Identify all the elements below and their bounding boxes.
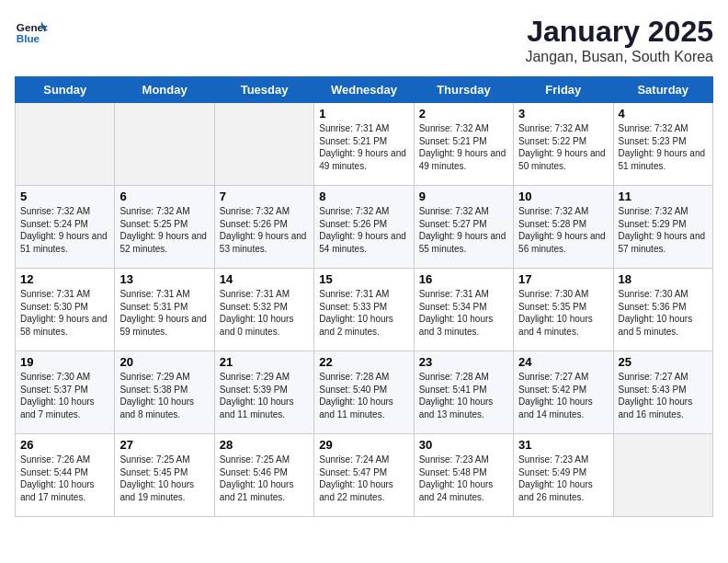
calendar-cell: 26Sunrise: 7:26 AMSunset: 5:44 PMDayligh… bbox=[16, 434, 115, 517]
logo: General Blue bbox=[15, 15, 48, 48]
day-info: Sunrise: 7:32 AMSunset: 5:25 PMDaylight:… bbox=[119, 205, 209, 255]
day-number: 18 bbox=[619, 272, 708, 286]
calendar-cell: 12Sunrise: 7:31 AMSunset: 5:30 PMDayligh… bbox=[16, 269, 115, 351]
subtitle: Jangan, Busan, South Korea bbox=[525, 49, 713, 65]
day-number: 23 bbox=[419, 355, 508, 369]
day-info: Sunrise: 7:24 AMSunset: 5:47 PMDaylight:… bbox=[319, 454, 408, 503]
day-info: Sunrise: 7:32 AMSunset: 5:22 PMDaylight:… bbox=[518, 122, 608, 172]
day-number: 29 bbox=[319, 438, 408, 452]
day-number: 7 bbox=[220, 190, 309, 203]
calendar-week-5: 26Sunrise: 7:26 AMSunset: 5:44 PMDayligh… bbox=[16, 434, 713, 517]
calendar-cell bbox=[16, 103, 115, 186]
day-info: Sunrise: 7:31 AMSunset: 5:34 PMDaylight:… bbox=[419, 288, 508, 338]
day-info: Sunrise: 7:31 AMSunset: 5:21 PMDaylight:… bbox=[319, 122, 408, 172]
day-number: 19 bbox=[20, 355, 109, 369]
day-info: Sunrise: 7:27 AMSunset: 5:43 PMDaylight:… bbox=[619, 371, 708, 420]
day-info: Sunrise: 7:32 AMSunset: 5:28 PMDaylight:… bbox=[518, 205, 608, 255]
day-info: Sunrise: 7:32 AMSunset: 5:24 PMDaylight:… bbox=[20, 205, 109, 255]
day-info: Sunrise: 7:31 AMSunset: 5:32 PMDaylight:… bbox=[220, 288, 309, 338]
calendar-cell: 30Sunrise: 7:23 AMSunset: 5:48 PMDayligh… bbox=[414, 434, 513, 517]
calendar-cell: 25Sunrise: 7:27 AMSunset: 5:43 PMDayligh… bbox=[613, 351, 712, 434]
day-number: 3 bbox=[518, 107, 608, 121]
day-number: 15 bbox=[319, 272, 408, 286]
day-number: 5 bbox=[20, 190, 109, 203]
day-info: Sunrise: 7:25 AMSunset: 5:45 PMDaylight:… bbox=[119, 454, 209, 503]
day-number: 25 bbox=[619, 355, 708, 369]
calendar-cell: 31Sunrise: 7:23 AMSunset: 5:49 PMDayligh… bbox=[514, 434, 613, 517]
weekday-header-thursday: Thursday bbox=[414, 77, 513, 103]
day-number: 12 bbox=[20, 272, 109, 286]
weekday-header-row: SundayMondayTuesdayWednesdayThursdayFrid… bbox=[16, 77, 713, 103]
calendar-cell: 28Sunrise: 7:25 AMSunset: 5:46 PMDayligh… bbox=[214, 434, 313, 517]
calendar-cell bbox=[214, 103, 313, 186]
calendar-cell: 22Sunrise: 7:28 AMSunset: 5:40 PMDayligh… bbox=[314, 351, 414, 434]
day-info: Sunrise: 7:28 AMSunset: 5:41 PMDaylight:… bbox=[419, 371, 508, 420]
day-number: 10 bbox=[518, 190, 608, 203]
day-info: Sunrise: 7:29 AMSunset: 5:39 PMDaylight:… bbox=[220, 371, 309, 420]
weekday-header-monday: Monday bbox=[115, 77, 214, 103]
weekday-header-friday: Friday bbox=[514, 77, 613, 103]
day-number: 22 bbox=[319, 355, 408, 369]
calendar-cell: 9Sunrise: 7:32 AMSunset: 5:27 PMDaylight… bbox=[414, 186, 513, 269]
day-number: 4 bbox=[619, 107, 708, 121]
svg-text:Blue: Blue bbox=[17, 32, 40, 44]
day-number: 31 bbox=[518, 438, 608, 452]
calendar-cell: 2Sunrise: 7:32 AMSunset: 5:21 PMDaylight… bbox=[414, 103, 513, 186]
calendar-table: SundayMondayTuesdayWednesdayThursdayFrid… bbox=[15, 76, 713, 517]
calendar-cell: 3Sunrise: 7:32 AMSunset: 5:22 PMDaylight… bbox=[514, 103, 613, 186]
day-info: Sunrise: 7:32 AMSunset: 5:26 PMDaylight:… bbox=[220, 205, 309, 255]
day-info: Sunrise: 7:27 AMSunset: 5:42 PMDaylight:… bbox=[518, 371, 608, 420]
day-number: 2 bbox=[419, 107, 508, 121]
day-info: Sunrise: 7:30 AMSunset: 5:35 PMDaylight:… bbox=[518, 288, 608, 338]
calendar-cell: 7Sunrise: 7:32 AMSunset: 5:26 PMDaylight… bbox=[214, 186, 313, 269]
calendar-cell: 18Sunrise: 7:30 AMSunset: 5:36 PMDayligh… bbox=[613, 269, 712, 351]
day-info: Sunrise: 7:29 AMSunset: 5:38 PMDaylight:… bbox=[119, 371, 209, 420]
calendar-week-3: 12Sunrise: 7:31 AMSunset: 5:30 PMDayligh… bbox=[16, 269, 713, 351]
day-number: 14 bbox=[220, 272, 309, 286]
day-number: 6 bbox=[119, 190, 209, 203]
day-info: Sunrise: 7:23 AMSunset: 5:48 PMDaylight:… bbox=[419, 454, 508, 503]
day-info: Sunrise: 7:32 AMSunset: 5:29 PMDaylight:… bbox=[619, 205, 708, 255]
day-number: 28 bbox=[220, 438, 309, 452]
day-info: Sunrise: 7:28 AMSunset: 5:40 PMDaylight:… bbox=[319, 371, 408, 420]
day-info: Sunrise: 7:32 AMSunset: 5:23 PMDaylight:… bbox=[619, 122, 708, 172]
day-info: Sunrise: 7:32 AMSunset: 5:26 PMDaylight:… bbox=[319, 205, 408, 255]
day-number: 30 bbox=[419, 438, 508, 452]
calendar-cell: 29Sunrise: 7:24 AMSunset: 5:47 PMDayligh… bbox=[314, 434, 414, 517]
calendar-cell: 20Sunrise: 7:29 AMSunset: 5:38 PMDayligh… bbox=[115, 351, 214, 434]
day-info: Sunrise: 7:31 AMSunset: 5:31 PMDaylight:… bbox=[119, 288, 209, 338]
day-number: 21 bbox=[220, 355, 309, 369]
calendar-cell: 19Sunrise: 7:30 AMSunset: 5:37 PMDayligh… bbox=[16, 351, 115, 434]
weekday-header-sunday: Sunday bbox=[16, 77, 115, 103]
calendar-cell: 8Sunrise: 7:32 AMSunset: 5:26 PMDaylight… bbox=[314, 186, 414, 269]
calendar-cell: 1Sunrise: 7:31 AMSunset: 5:21 PMDaylight… bbox=[314, 103, 414, 186]
weekday-header-tuesday: Tuesday bbox=[214, 77, 313, 103]
day-info: Sunrise: 7:32 AMSunset: 5:27 PMDaylight:… bbox=[419, 205, 508, 255]
day-info: Sunrise: 7:26 AMSunset: 5:44 PMDaylight:… bbox=[20, 454, 109, 503]
day-number: 11 bbox=[619, 190, 708, 203]
day-number: 27 bbox=[119, 438, 209, 452]
day-info: Sunrise: 7:31 AMSunset: 5:30 PMDaylight:… bbox=[20, 288, 109, 338]
title-block: January 2025 Jangan, Busan, South Korea bbox=[525, 15, 713, 65]
calendar-cell: 17Sunrise: 7:30 AMSunset: 5:35 PMDayligh… bbox=[514, 269, 613, 351]
calendar-cell: 5Sunrise: 7:32 AMSunset: 5:24 PMDaylight… bbox=[16, 186, 115, 269]
calendar-cell: 14Sunrise: 7:31 AMSunset: 5:32 PMDayligh… bbox=[214, 269, 313, 351]
day-number: 20 bbox=[119, 355, 209, 369]
calendar-cell bbox=[115, 103, 214, 186]
calendar-cell: 6Sunrise: 7:32 AMSunset: 5:25 PMDaylight… bbox=[115, 186, 214, 269]
calendar-cell: 10Sunrise: 7:32 AMSunset: 5:28 PMDayligh… bbox=[514, 186, 613, 269]
day-number: 24 bbox=[518, 355, 608, 369]
day-info: Sunrise: 7:30 AMSunset: 5:36 PMDaylight:… bbox=[619, 288, 708, 338]
calendar-cell: 16Sunrise: 7:31 AMSunset: 5:34 PMDayligh… bbox=[414, 269, 513, 351]
day-info: Sunrise: 7:30 AMSunset: 5:37 PMDaylight:… bbox=[20, 371, 109, 420]
day-info: Sunrise: 7:31 AMSunset: 5:33 PMDaylight:… bbox=[319, 288, 408, 338]
calendar-cell: 4Sunrise: 7:32 AMSunset: 5:23 PMDaylight… bbox=[613, 103, 712, 186]
calendar-cell bbox=[613, 434, 712, 517]
weekday-header-saturday: Saturday bbox=[613, 77, 712, 103]
calendar-cell: 13Sunrise: 7:31 AMSunset: 5:31 PMDayligh… bbox=[115, 269, 214, 351]
calendar-cell: 23Sunrise: 7:28 AMSunset: 5:41 PMDayligh… bbox=[414, 351, 513, 434]
weekday-header-wednesday: Wednesday bbox=[314, 77, 414, 103]
calendar-cell: 24Sunrise: 7:27 AMSunset: 5:42 PMDayligh… bbox=[514, 351, 613, 434]
calendar-cell: 21Sunrise: 7:29 AMSunset: 5:39 PMDayligh… bbox=[214, 351, 313, 434]
day-info: Sunrise: 7:32 AMSunset: 5:21 PMDaylight:… bbox=[419, 122, 508, 172]
